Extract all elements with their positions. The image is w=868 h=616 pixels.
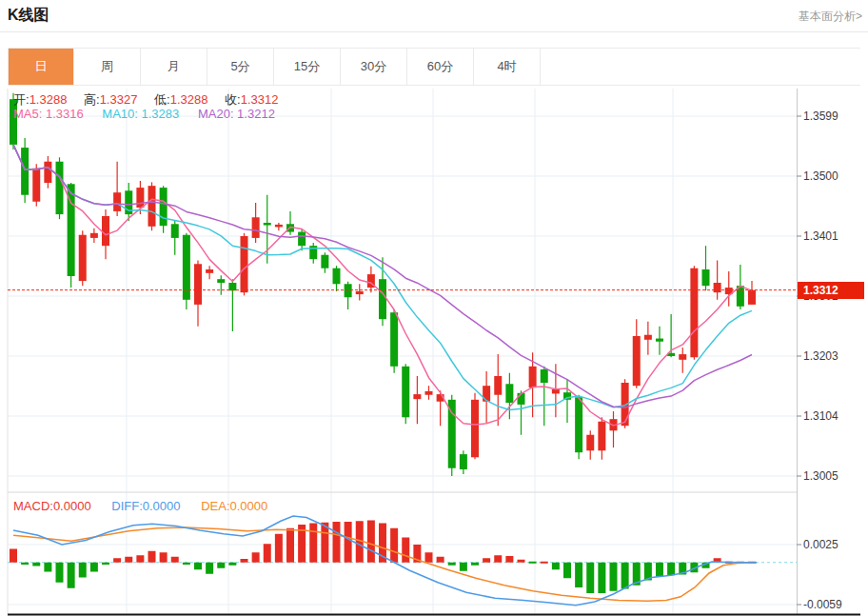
macd-bar: [10, 549, 17, 563]
candle-body: [136, 188, 144, 208]
macd-bar: [402, 538, 409, 563]
tab-week[interactable]: 周: [74, 49, 141, 85]
candle-body: [575, 397, 582, 452]
macd-bar: [309, 524, 317, 563]
macd-bar: [286, 528, 294, 563]
candle-body: [390, 312, 398, 367]
low-label: 低:: [154, 92, 170, 107]
macd-bar: [113, 558, 121, 563]
candle-body: [194, 264, 202, 305]
period-tabs: 日 周 月 5分 15分 30分 60分 4时: [8, 48, 860, 86]
high-label: 高:: [84, 92, 100, 107]
candle-body: [679, 354, 686, 360]
tab-month[interactable]: 月: [141, 49, 207, 85]
candle-body: [275, 225, 283, 228]
macd-bar: [241, 559, 248, 563]
macd-bar: [667, 563, 675, 576]
candle-body: [171, 224, 179, 238]
candle-body: [345, 284, 352, 297]
candle-body: [541, 369, 548, 383]
ma20-legend: MA20: 1.3212: [198, 107, 275, 121]
macd-bar: [552, 563, 560, 570]
macd-bar: [529, 562, 537, 564]
dea-value: DEA:0.0000: [201, 499, 267, 513]
macd-bar: [183, 563, 190, 565]
macd-bar: [56, 563, 64, 583]
ma5-legend: MA5: 1.3316: [13, 107, 84, 121]
price-axis-label: 1.3104: [803, 409, 838, 423]
macd-bar: [252, 552, 260, 563]
open-label: 开:: [13, 92, 30, 107]
tab-5min[interactable]: 5分: [207, 49, 274, 85]
macd-bar: [125, 557, 132, 563]
macd-bar: [390, 528, 398, 563]
macd-bar: [194, 563, 202, 570]
candle-body: [21, 148, 29, 195]
price-axis-label: 1.3005: [803, 469, 838, 483]
candle-body: [252, 217, 260, 238]
macd-bar: [79, 563, 87, 578]
macd-bar: [68, 563, 75, 588]
tab-4hour[interactable]: 4时: [474, 49, 541, 85]
price-axis-label: 1.3401: [803, 229, 838, 243]
candle-body: [90, 233, 98, 238]
candle-body: [586, 435, 594, 451]
macd-bar: [656, 563, 663, 577]
candle-body: [113, 192, 121, 211]
candle-body: [264, 223, 271, 226]
page-title: K线图: [8, 6, 49, 26]
macd-bar: [160, 552, 168, 563]
macd-bar: [471, 563, 479, 566]
candle-body: [413, 394, 421, 399]
fundamental-analysis-link[interactable]: 基本面分析>: [799, 9, 862, 25]
candle-body: [379, 279, 386, 319]
macd-bar: [345, 522, 352, 563]
candle-body: [598, 422, 605, 451]
diff-value: DIFF:0.0000: [111, 499, 180, 513]
candle-body: [425, 391, 433, 395]
close-value: 1.3312: [241, 92, 279, 107]
macd-axis-label: 0.0025: [803, 538, 838, 551]
macd-bar: [425, 552, 433, 563]
open-value: 1.3288: [30, 92, 68, 107]
price-axis-label: 1.3203: [803, 349, 838, 363]
macd-bar: [206, 563, 213, 574]
candle-body: [148, 186, 156, 227]
macd-bar: [275, 534, 283, 563]
candle-body: [217, 279, 225, 283]
macd-bar: [437, 557, 444, 563]
tab-day[interactable]: 日: [8, 49, 74, 85]
candle-body: [552, 389, 560, 393]
candle-body: [690, 268, 698, 358]
current-price-badge: 1.3312: [798, 282, 864, 299]
macd-bar: [610, 563, 618, 591]
macd-bar: [598, 563, 605, 593]
candle-body: [102, 216, 109, 246]
close-label: 收:: [225, 92, 241, 107]
tab-60min[interactable]: 60分: [407, 49, 474, 85]
candle-body: [321, 255, 328, 268]
candle-body: [505, 384, 513, 403]
candle-body: [748, 290, 756, 305]
candle-body: [494, 376, 502, 395]
candle-body: [160, 188, 168, 226]
macd-axis-label: -0.0059: [803, 598, 842, 611]
macd-bar: [90, 563, 98, 572]
candle-body: [44, 162, 51, 183]
macd-bar: [586, 563, 594, 593]
tab-30min[interactable]: 30分: [341, 49, 407, 85]
candle-body: [633, 336, 641, 386]
ma10-legend: MA10: 1.3283: [102, 107, 179, 121]
candle-body: [298, 232, 306, 247]
candle-body: [402, 367, 409, 417]
macd-bar: [44, 563, 51, 572]
macd-bar: [518, 560, 525, 563]
macd-bar: [494, 555, 502, 563]
tab-15min[interactable]: 15分: [274, 49, 341, 85]
candle-body: [714, 283, 721, 292]
macd-bar: [505, 556, 513, 563]
macd-bar: [136, 555, 144, 563]
macd-bar: [102, 563, 109, 565]
macd-bar: [483, 558, 490, 563]
price-axis-label: 1.3599: [803, 109, 838, 123]
